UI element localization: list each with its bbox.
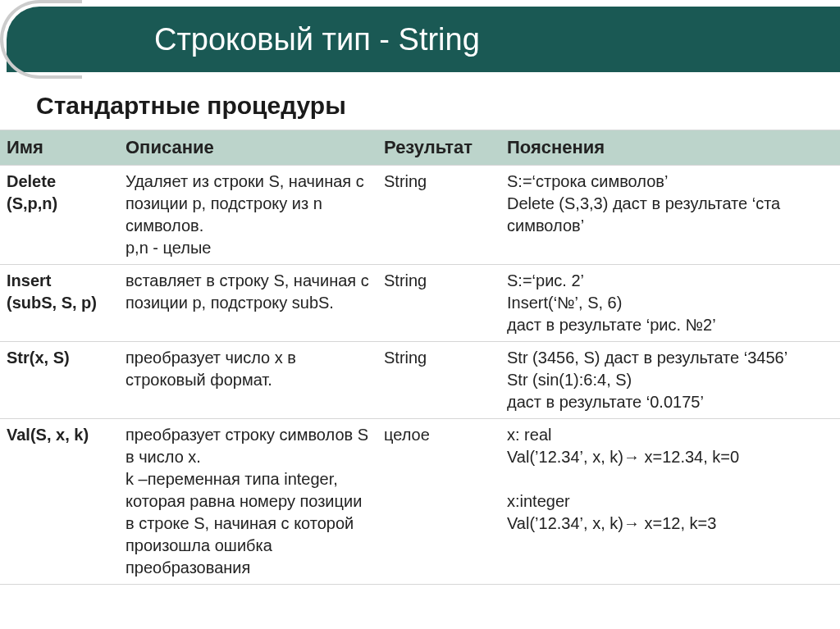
cell-result: String [377,341,500,418]
slide-header: Строковый тип - String [7,7,840,72]
explain-line: x: real [507,424,833,446]
cell-explain: S:=‘рис. 2’Insert(‘№’, S, 6)даст в резул… [500,264,840,341]
cell-name: Str(x, S) [0,341,119,418]
explain-line: Insert(‘№’, S, 6) [507,292,833,314]
desc-line: p,n - целые [126,237,371,259]
name-line: Str(x, S) [7,347,112,369]
procedures-table: Имя Описание Результат Пояснения Delete(… [0,130,840,585]
cell-name: Val(S, x, k) [0,418,119,584]
explain-line: даст в результате ‘0.0175’ [507,391,833,413]
page-title: Строковый тип - String [154,22,480,57]
desc-line: Удаляет из строки S, начиная с позиции p… [126,171,371,237]
cell-result: String [377,264,500,341]
name-line: (S,p,n) [7,193,112,215]
explain-line: Delete (S,3,3) даст в результате ‘ста си… [507,193,833,237]
header-desc: Описание [119,130,377,166]
cell-explain: Str (3456, S) даст в результате ‘3456’St… [500,341,840,418]
cell-explain: x: realVal(’12.34’, x, k)→ x=12.34, k=0 … [500,418,840,584]
explain-line: Val(’12.34’, x, k)→ x=12.34, k=0 [507,446,833,468]
table-row: Insert(subS, S, p)вставляет в строку S, … [0,264,840,341]
cell-name: Delete(S,p,n) [0,165,119,264]
table-header-row: Имя Описание Результат Пояснения [0,130,840,166]
explain-line: даст в результате ‘рис. №2’ [507,314,833,336]
desc-line: преобразует число x в строковый формат. [126,347,371,391]
header-explain: Пояснения [500,130,840,166]
desc-line: преобразует строку символов S в число x. [126,424,371,468]
explain-line: S:=‘рис. 2’ [507,270,833,292]
explain-line [507,468,833,490]
cell-explain: S:=‘строка символов’Delete (S,3,3) даст … [500,165,840,264]
cell-desc: вставляет в строку S, начиная с позиции … [119,264,377,341]
cell-desc: Удаляет из строки S, начиная с позиции p… [119,165,377,264]
explain-line: Str (3456, S) даст в результате ‘3456’ [507,347,833,369]
header-name: Имя [0,130,119,166]
name-line: Val(S, x, k) [7,424,112,446]
name-line: (subS, S, p) [7,292,112,314]
explain-line: Str (sin(1):6:4, S) [507,369,833,391]
header-result: Результат [377,130,500,166]
explain-line: S:=‘строка символов’ [507,171,833,193]
cell-result: целое [377,418,500,584]
table-row: Str(x, S)преобразует число x в строковый… [0,341,840,418]
explain-line: Val(’12.34’, x, k)→ x=12, k=3 [507,513,833,535]
desc-line: k –переменная типа integer, которая равн… [126,468,371,579]
table-row: Val(S, x, k)преобразует строку символов … [0,418,840,584]
table-row: Delete(S,p,n)Удаляет из строки S, начина… [0,165,840,264]
header-ornament [0,0,82,79]
name-line: Insert [7,270,112,292]
cell-name: Insert(subS, S, p) [0,264,119,341]
desc-line: вставляет в строку S, начиная с позиции … [126,270,371,314]
explain-line: x:integer [507,490,833,513]
name-line: Delete [7,171,112,193]
cell-desc: преобразует число x в строковый формат. [119,341,377,418]
page-subtitle: Стандартные процедуры [36,92,840,120]
cell-desc: преобразует строку символов S в число x.… [119,418,377,584]
cell-result: String [377,165,500,264]
